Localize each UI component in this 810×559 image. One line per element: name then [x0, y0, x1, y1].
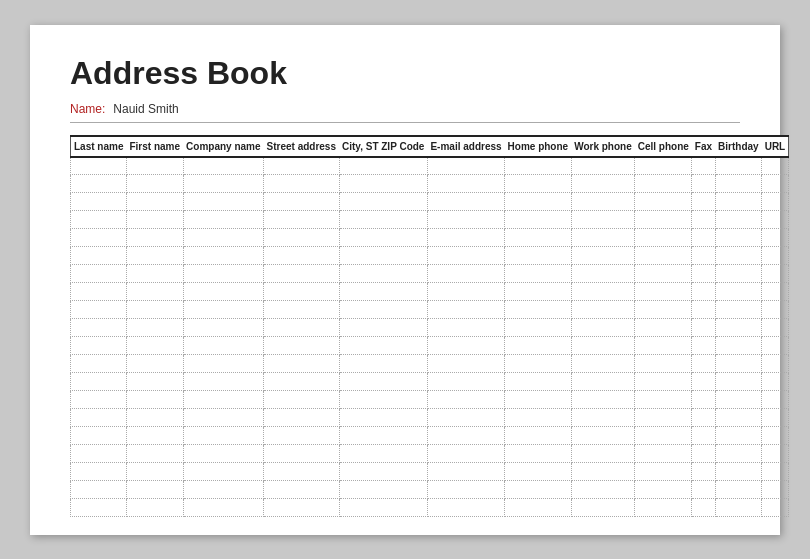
cell-birthday[interactable] [715, 193, 762, 211]
cell-work_phone[interactable] [571, 175, 635, 193]
cell-last_name[interactable] [71, 499, 127, 517]
cell-city_st_zip[interactable] [339, 247, 427, 265]
cell-cell_phone[interactable] [635, 481, 692, 499]
table-row[interactable] [71, 445, 789, 463]
cell-company_name[interactable] [183, 427, 263, 445]
table-row[interactable] [71, 481, 789, 499]
cell-url[interactable] [762, 481, 789, 499]
cell-cell_phone[interactable] [635, 319, 692, 337]
cell-last_name[interactable] [71, 265, 127, 283]
cell-first_name[interactable] [126, 481, 183, 499]
cell-url[interactable] [762, 427, 789, 445]
cell-city_st_zip[interactable] [339, 373, 427, 391]
cell-street_address[interactable] [264, 427, 339, 445]
cell-fax[interactable] [692, 391, 715, 409]
cell-cell_phone[interactable] [635, 427, 692, 445]
cell-email_address[interactable] [427, 427, 504, 445]
cell-fax[interactable] [692, 481, 715, 499]
cell-street_address[interactable] [264, 229, 339, 247]
cell-last_name[interactable] [71, 391, 127, 409]
cell-birthday[interactable] [715, 157, 762, 175]
cell-cell_phone[interactable] [635, 247, 692, 265]
cell-work_phone[interactable] [571, 391, 635, 409]
cell-last_name[interactable] [71, 373, 127, 391]
cell-cell_phone[interactable] [635, 463, 692, 481]
cell-street_address[interactable] [264, 319, 339, 337]
cell-city_st_zip[interactable] [339, 157, 427, 175]
cell-url[interactable] [762, 157, 789, 175]
table-row[interactable] [71, 499, 789, 517]
cell-fax[interactable] [692, 463, 715, 481]
cell-work_phone[interactable] [571, 229, 635, 247]
cell-url[interactable] [762, 373, 789, 391]
cell-last_name[interactable] [71, 355, 127, 373]
cell-birthday[interactable] [715, 355, 762, 373]
cell-email_address[interactable] [427, 463, 504, 481]
cell-home_phone[interactable] [505, 391, 572, 409]
cell-work_phone[interactable] [571, 337, 635, 355]
cell-street_address[interactable] [264, 409, 339, 427]
cell-company_name[interactable] [183, 157, 263, 175]
cell-first_name[interactable] [126, 157, 183, 175]
cell-birthday[interactable] [715, 427, 762, 445]
cell-birthday[interactable] [715, 409, 762, 427]
cell-city_st_zip[interactable] [339, 337, 427, 355]
cell-first_name[interactable] [126, 247, 183, 265]
cell-cell_phone[interactable] [635, 391, 692, 409]
cell-first_name[interactable] [126, 319, 183, 337]
table-row[interactable] [71, 337, 789, 355]
cell-cell_phone[interactable] [635, 211, 692, 229]
cell-email_address[interactable] [427, 391, 504, 409]
cell-url[interactable] [762, 445, 789, 463]
cell-cell_phone[interactable] [635, 193, 692, 211]
cell-work_phone[interactable] [571, 211, 635, 229]
table-row[interactable] [71, 175, 789, 193]
cell-company_name[interactable] [183, 265, 263, 283]
cell-home_phone[interactable] [505, 319, 572, 337]
cell-first_name[interactable] [126, 463, 183, 481]
cell-birthday[interactable] [715, 373, 762, 391]
cell-fax[interactable] [692, 409, 715, 427]
table-row[interactable] [71, 391, 789, 409]
cell-street_address[interactable] [264, 355, 339, 373]
cell-company_name[interactable] [183, 373, 263, 391]
cell-street_address[interactable] [264, 247, 339, 265]
cell-cell_phone[interactable] [635, 229, 692, 247]
cell-birthday[interactable] [715, 265, 762, 283]
cell-email_address[interactable] [427, 319, 504, 337]
cell-url[interactable] [762, 211, 789, 229]
cell-work_phone[interactable] [571, 481, 635, 499]
cell-city_st_zip[interactable] [339, 391, 427, 409]
cell-home_phone[interactable] [505, 301, 572, 319]
table-row[interactable] [71, 319, 789, 337]
cell-city_st_zip[interactable] [339, 175, 427, 193]
cell-url[interactable] [762, 499, 789, 517]
cell-birthday[interactable] [715, 481, 762, 499]
cell-city_st_zip[interactable] [339, 463, 427, 481]
cell-birthday[interactable] [715, 211, 762, 229]
cell-company_name[interactable] [183, 409, 263, 427]
cell-last_name[interactable] [71, 337, 127, 355]
cell-first_name[interactable] [126, 175, 183, 193]
cell-last_name[interactable] [71, 283, 127, 301]
cell-first_name[interactable] [126, 337, 183, 355]
cell-last_name[interactable] [71, 445, 127, 463]
cell-street_address[interactable] [264, 175, 339, 193]
cell-fax[interactable] [692, 427, 715, 445]
cell-street_address[interactable] [264, 499, 339, 517]
cell-company_name[interactable] [183, 391, 263, 409]
cell-last_name[interactable] [71, 301, 127, 319]
cell-email_address[interactable] [427, 409, 504, 427]
cell-street_address[interactable] [264, 337, 339, 355]
cell-home_phone[interactable] [505, 409, 572, 427]
cell-last_name[interactable] [71, 481, 127, 499]
cell-work_phone[interactable] [571, 427, 635, 445]
cell-street_address[interactable] [264, 283, 339, 301]
cell-company_name[interactable] [183, 355, 263, 373]
cell-birthday[interactable] [715, 337, 762, 355]
cell-work_phone[interactable] [571, 499, 635, 517]
cell-street_address[interactable] [264, 463, 339, 481]
cell-street_address[interactable] [264, 301, 339, 319]
table-row[interactable] [71, 157, 789, 175]
cell-cell_phone[interactable] [635, 265, 692, 283]
